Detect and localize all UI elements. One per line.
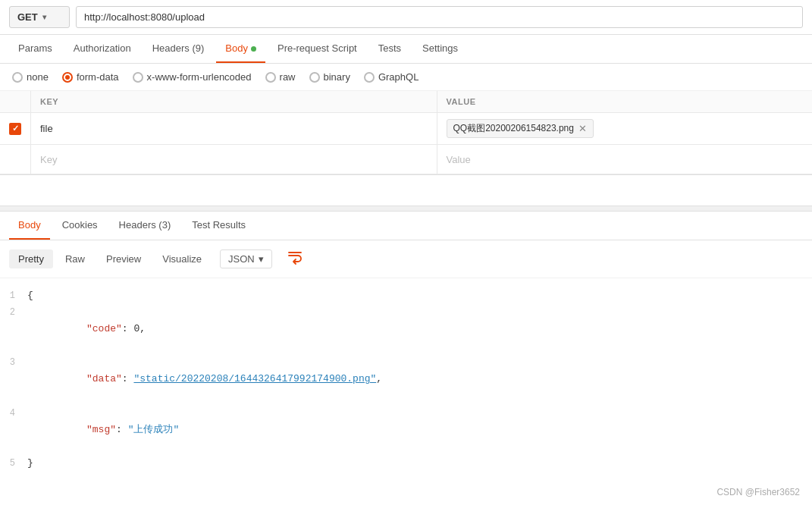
remove-file-button[interactable]: ✕ — [578, 124, 587, 133]
body-type-raw[interactable]: raw — [265, 71, 296, 83]
json-brace-open: { — [27, 287, 812, 304]
resp-tab-test-results[interactable]: Test Results — [183, 212, 255, 240]
section-divider — [0, 206, 812, 212]
request-tabs: Params Authorization Headers (9) Body Pr… — [0, 35, 812, 64]
resp-tab-cookies[interactable]: Cookies — [53, 212, 107, 240]
tab-pre-request-script[interactable]: Pre-request Script — [268, 35, 366, 63]
json-line-2: 2 "code": 0, — [0, 304, 812, 354]
radio-urlencoded — [133, 72, 143, 83]
method-dropdown[interactable]: GET ▾ — [9, 6, 70, 28]
line-number-2: 2 — [0, 305, 27, 320]
col-value-header: VALUE — [437, 91, 812, 113]
wrap-icon — [287, 249, 303, 265]
json-output: 1 { 2 "code": 0, 3 "data": "static/20220… — [0, 278, 812, 481]
json-code-line: "code": 0, — [27, 304, 812, 354]
json-format-label: JSON — [228, 253, 255, 265]
placeholder-check-cell — [0, 145, 31, 174]
value-placeholder: Value — [447, 154, 471, 165]
json-format-chevron: ▾ — [259, 253, 264, 265]
tab-body[interactable]: Body — [216, 35, 265, 63]
radio-form-data — [62, 72, 73, 83]
url-input[interactable] — [76, 6, 803, 28]
line-number-5: 5 — [0, 456, 27, 471]
table-row: ✓ file QQ截图20200206154823.png ✕ — [0, 113, 812, 145]
method-chevron: ▾ — [42, 13, 46, 21]
resp-tab-body[interactable]: Body — [9, 212, 50, 240]
json-line-1: 1 { — [0, 287, 812, 304]
form-data-table-section: KEY VALUE ✓ file — [0, 91, 812, 175]
json-brace-close: } — [27, 455, 812, 472]
response-tabs: Body Cookies Headers (3) Test Results — [0, 212, 812, 240]
radio-none — [12, 72, 23, 83]
table-row-placeholder: Key Value — [0, 145, 812, 174]
body-type-none[interactable]: none — [12, 71, 49, 83]
tab-params[interactable]: Params — [9, 35, 61, 63]
tab-headers[interactable]: Headers (9) — [143, 35, 214, 63]
line-number-1: 1 — [0, 288, 27, 303]
watermark: CSDN @Fisher3652 — [0, 481, 812, 504]
row-key-value: file — [40, 123, 53, 134]
json-line-4: 4 "msg": "上传成功" — [0, 405, 812, 455]
tab-authorization[interactable]: Authorization — [64, 35, 140, 63]
radio-raw — [265, 72, 276, 83]
placeholder-value-cell[interactable]: Value — [437, 145, 812, 174]
form-data-table: KEY VALUE ✓ file — [0, 91, 812, 174]
format-pretty-button[interactable]: Pretty — [9, 249, 53, 268]
format-raw-button[interactable]: Raw — [56, 249, 94, 268]
resp-tab-headers[interactable]: Headers (3) — [110, 212, 180, 240]
json-line-3: 3 "data": "static/20220208/1644326417992… — [0, 354, 812, 404]
body-type-graphql[interactable]: GraphQL — [364, 71, 419, 83]
body-type-row: none form-data x-www-form-urlencoded raw… — [0, 64, 812, 91]
body-type-form-data[interactable]: form-data — [62, 71, 119, 83]
radio-graphql — [364, 72, 375, 83]
json-format-dropdown[interactable]: JSON ▾ — [220, 249, 272, 268]
key-placeholder: Key — [40, 154, 57, 165]
tab-tests[interactable]: Tests — [369, 35, 410, 63]
wrap-lines-button[interactable] — [281, 246, 309, 271]
line-number-3: 3 — [0, 355, 27, 370]
format-visualize-button[interactable]: Visualize — [153, 249, 211, 268]
radio-binary — [309, 72, 320, 83]
format-preview-button[interactable]: Preview — [97, 249, 150, 268]
url-bar: GET ▾ — [0, 0, 812, 35]
body-type-binary[interactable]: binary — [309, 71, 350, 83]
placeholder-key-cell[interactable]: Key — [31, 145, 437, 174]
json-msg-line: "msg": "上传成功" — [27, 405, 812, 455]
json-data-line: "data": "static/20220208/164432641799217… — [27, 354, 812, 404]
line-number-4: 4 — [0, 406, 27, 421]
body-type-urlencoded[interactable]: x-www-form-urlencoded — [133, 71, 252, 83]
file-name: QQ截图20200206154823.png — [453, 122, 574, 135]
row-key-cell[interactable]: file — [31, 113, 437, 145]
file-badge: QQ截图20200206154823.png ✕ — [447, 119, 594, 138]
method-label: GET — [17, 11, 38, 23]
row-value-cell[interactable]: QQ截图20200206154823.png ✕ — [437, 113, 812, 145]
format-row: Pretty Raw Preview Visualize JSON ▾ — [0, 240, 812, 278]
col-check-header — [0, 91, 31, 113]
request-spacer — [0, 175, 812, 206]
tab-settings[interactable]: Settings — [413, 35, 467, 63]
json-line-5: 5 } — [0, 455, 812, 472]
checkbox-checked[interactable]: ✓ — [9, 123, 21, 135]
col-key-header: KEY — [31, 91, 437, 113]
body-active-dot — [251, 46, 256, 52]
row-checkbox-cell[interactable]: ✓ — [0, 113, 31, 145]
